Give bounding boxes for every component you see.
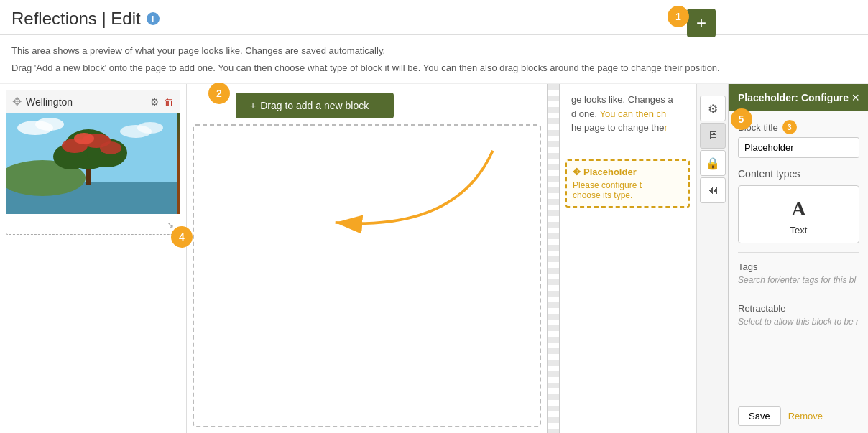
badge-3: 3 bbox=[782, 120, 797, 134]
wellington-block: ✥ Wellington ⚙ 🗑 bbox=[6, 90, 180, 235]
page-preview: ge looks like. Changes ad one. You can t… bbox=[560, 84, 696, 433]
instruction-line-1: This area shows a preview of what your p… bbox=[11, 44, 857, 58]
badge-4: 4 bbox=[171, 226, 193, 248]
resize-handle[interactable]: ↘ bbox=[167, 220, 174, 230]
lock-toolbar-button[interactable]: 🔒 bbox=[700, 150, 726, 176]
drag-handle[interactable]: ✥ bbox=[12, 95, 22, 108]
text-content-type-button[interactable]: A Text bbox=[738, 185, 859, 243]
content-types-label: Content types bbox=[738, 168, 859, 180]
placeholder-message: Please configure tchoose its type. bbox=[573, 180, 683, 200]
block-name: Wellington bbox=[26, 96, 146, 108]
divider-2 bbox=[738, 294, 859, 294]
settings-toolbar-button[interactable]: ⚙ bbox=[700, 96, 726, 121]
remove-button[interactable]: Remove bbox=[788, 411, 823, 422]
plus-icon: + bbox=[250, 100, 256, 111]
tags-label: Tags bbox=[738, 261, 859, 272]
zigzag-divider bbox=[547, 84, 560, 433]
media-toolbar-button[interactable]: ⏮ bbox=[700, 177, 726, 203]
info-icon[interactable]: i bbox=[147, 12, 160, 25]
block-footer: ↘ bbox=[6, 214, 180, 234]
page-title: Reflections | Edit bbox=[11, 9, 141, 29]
svg-point-12 bbox=[35, 118, 64, 131]
toolbar: 5 ⚙ 🖥 🔒 ⏮ bbox=[696, 84, 728, 433]
blocks-column: ✥ Wellington ⚙ 🗑 bbox=[0, 84, 187, 433]
block-title-input[interactable] bbox=[738, 137, 859, 158]
placeholder-title: ✥ Placeholder bbox=[573, 167, 683, 177]
retractable-label: Retractable bbox=[738, 303, 859, 314]
configure-panel: Placeholder: Configure × Block title 3 C… bbox=[728, 84, 868, 433]
configure-footer: Save Remove bbox=[729, 399, 868, 433]
block-image bbox=[6, 113, 180, 214]
configure-header: Placeholder: Configure × bbox=[729, 84, 868, 111]
text-type-label: Text bbox=[790, 225, 808, 236]
divider-1 bbox=[738, 252, 859, 253]
svg-point-10 bbox=[74, 133, 94, 144]
svg-point-14 bbox=[137, 122, 163, 134]
drop-zone[interactable] bbox=[193, 124, 541, 427]
instructions-area: This area shows a preview of what your p… bbox=[0, 35, 868, 84]
block-delete-icon[interactable]: 🗑 bbox=[164, 96, 174, 108]
configure-title: Placeholder: Configure bbox=[738, 92, 849, 103]
retractable-hint: Select to allow this block to be r bbox=[738, 317, 859, 327]
center-drop-zone: 2 + Drag to add a new block bbox=[187, 84, 547, 433]
instruction-line-2: Drag 'Add a new block' onto the page to … bbox=[11, 61, 857, 75]
svg-point-9 bbox=[100, 141, 121, 154]
drag-button-label: Drag to add a new block bbox=[260, 100, 369, 111]
save-button[interactable]: Save bbox=[738, 406, 781, 426]
monitor-toolbar-button[interactable]: 🖥 bbox=[700, 123, 726, 149]
configure-body: Block title 3 Content types A Text Tags … bbox=[729, 111, 868, 399]
drag-to-add-button[interactable]: + Drag to add a new block bbox=[236, 93, 394, 118]
block-title-label: Block title 3 bbox=[738, 120, 859, 134]
preview-text-1: ge looks like. Changes ad one. You can t… bbox=[565, 90, 690, 138]
tags-hint: Search for/enter tags for this bl bbox=[738, 275, 859, 285]
text-type-icon: A bbox=[791, 197, 805, 220]
block-settings-icon[interactable]: ⚙ bbox=[150, 96, 160, 108]
placeholder-block: ✥ Placeholder Please configure tchoose i… bbox=[565, 159, 690, 208]
badge-1: 1 bbox=[668, 6, 689, 27]
badge-2: 2 bbox=[208, 83, 230, 104]
badge-5: 5 bbox=[731, 108, 752, 130]
close-button[interactable]: × bbox=[851, 91, 859, 104]
add-block-button[interactable]: + bbox=[687, 9, 716, 37]
